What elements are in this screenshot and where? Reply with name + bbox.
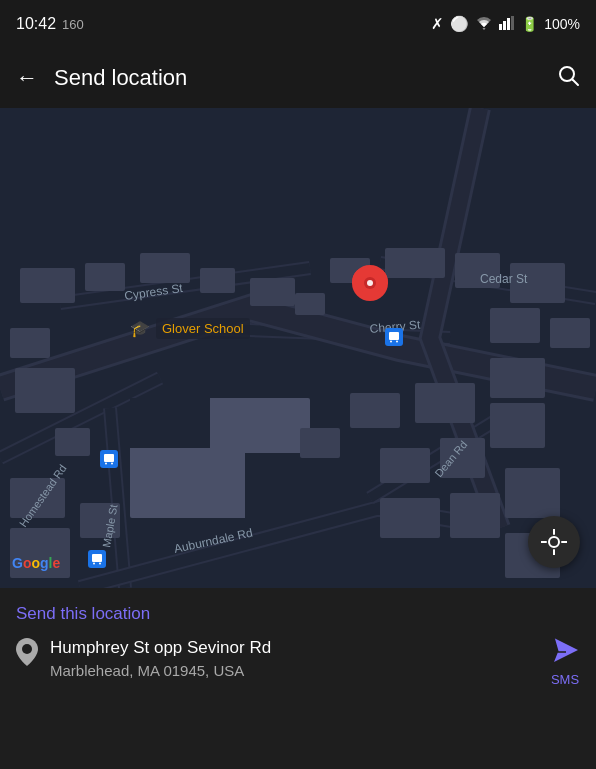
svg-rect-34 <box>55 428 90 456</box>
status-right: ✗ ⚪ 🔋 100% <box>431 15 580 33</box>
search-button[interactable] <box>556 63 580 93</box>
bus-stop-1 <box>100 450 118 468</box>
svg-rect-9 <box>140 253 190 283</box>
status-time: 10:42 <box>16 15 56 33</box>
location-text-block: Humphrey St opp Sevinor Rd Marblehead, M… <box>16 636 538 681</box>
svg-rect-35 <box>300 428 340 458</box>
svg-rect-37 <box>250 278 295 306</box>
bluetooth-icon: ✗ <box>431 15 444 33</box>
svg-point-51 <box>99 563 101 565</box>
svg-rect-11 <box>385 248 445 278</box>
svg-point-53 <box>390 341 392 343</box>
svg-point-58 <box>367 280 373 286</box>
svg-rect-52 <box>389 332 399 340</box>
svg-rect-23 <box>415 383 475 423</box>
svg-rect-28 <box>380 448 430 483</box>
svg-rect-38 <box>295 293 325 315</box>
sms-button[interactable]: SMS <box>550 636 580 687</box>
sms-icon <box>550 636 580 668</box>
svg-rect-46 <box>104 454 114 462</box>
svg-rect-14 <box>490 308 540 343</box>
school-name: Glover School <box>156 318 250 339</box>
battery-percent: 100% <box>544 16 580 32</box>
back-button[interactable]: ← <box>16 67 38 89</box>
svg-rect-31 <box>450 493 500 538</box>
current-location-button[interactable] <box>528 516 580 568</box>
location-pin-icon <box>16 638 38 670</box>
svg-rect-20 <box>130 398 210 448</box>
svg-rect-2 <box>507 18 510 30</box>
location-address: Humphrey St opp Sevinor Rd Marblehead, M… <box>50 636 271 681</box>
svg-point-47 <box>105 463 107 465</box>
svg-rect-1 <box>503 21 506 30</box>
svg-rect-49 <box>92 554 102 562</box>
app-bar: ← Send location <box>0 48 596 108</box>
bus-stop-3 <box>385 328 403 346</box>
battery-icon: 🔋 <box>521 16 538 32</box>
sms-label: SMS <box>551 672 579 687</box>
svg-rect-24 <box>490 403 545 448</box>
svg-rect-16 <box>490 358 545 398</box>
svg-text:Cedar St: Cedar St <box>480 272 528 286</box>
svg-point-54 <box>396 341 398 343</box>
svg-point-48 <box>111 463 113 465</box>
svg-rect-30 <box>380 498 440 538</box>
svg-point-50 <box>93 563 95 565</box>
svg-rect-22 <box>350 393 400 428</box>
svg-point-64 <box>22 644 32 654</box>
google-logo: Google <box>12 554 60 572</box>
svg-rect-8 <box>85 263 125 291</box>
signal-icon <box>499 16 515 33</box>
location-pin <box>350 263 390 319</box>
app-bar-left: ← Send location <box>16 65 187 91</box>
bus-stop-2 <box>88 550 106 568</box>
location-info-row: Humphrey St opp Sevinor Rd Marblehead, M… <box>16 636 580 687</box>
svg-rect-7 <box>20 268 75 303</box>
location-city: Marblehead, MA 01945, USA <box>50 660 271 681</box>
svg-rect-17 <box>10 328 50 358</box>
svg-rect-15 <box>550 318 590 348</box>
svg-point-59 <box>549 537 559 547</box>
page-title: Send location <box>54 65 187 91</box>
dnd-icon: ⚪ <box>450 15 469 33</box>
svg-rect-36 <box>200 268 235 293</box>
send-location-title[interactable]: Send this location <box>16 604 580 624</box>
svg-rect-3 <box>511 16 514 30</box>
svg-rect-18 <box>15 368 75 413</box>
map-area[interactable]: Cypress St Cedar St Cherry St Homestead … <box>0 108 596 588</box>
status-bar: 10:42 160 ✗ ⚪ 🔋 100% <box>0 0 596 48</box>
svg-rect-21 <box>245 453 310 518</box>
bottom-panel: Send this location Humphrey St opp Sevin… <box>0 588 596 769</box>
svg-rect-0 <box>499 24 502 30</box>
svg-line-5 <box>573 80 579 86</box>
wifi-icon <box>475 16 493 33</box>
status-notification: 160 <box>62 17 84 32</box>
school-label: 🎓 Glover School <box>130 318 250 339</box>
svg-rect-32 <box>505 468 560 518</box>
status-left: 10:42 160 <box>16 15 84 33</box>
location-street: Humphrey St opp Sevinor Rd <box>50 636 271 660</box>
